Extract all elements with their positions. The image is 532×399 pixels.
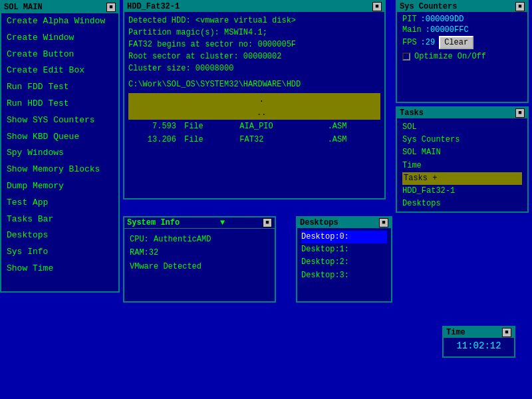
hdd-title: HDD_Fat32-1 ■ [124,1,384,12]
sys-counters-title: Sys Counters ■ [397,1,527,12]
menu-item-show-memory-blocks[interactable]: Show Memory Blocks [1,162,118,178]
sol-main-title-text: SOL MAIN [4,3,43,12]
desktops-title: Desktops ■ [297,217,391,228]
desktops-title-text: Desktops [300,218,338,227]
menu-item-sys-info[interactable]: Sys Info [1,244,118,261]
vm-info: VMware Detected [130,260,269,273]
task-item-hdd_fat32-1[interactable]: HDD_Fat32-1 [402,185,522,198]
hdd-content: Detected HDD: <vmware virtual disk>Parti… [124,12,384,149]
tasks-window: Tasks ■ SOLSys CountersSOL MAINTimeTasks… [396,106,529,213]
desktops-content: Desktop:0:Desktop:1:Desktop:2:Desktop:3: [297,228,391,285]
main-label: Main [402,25,422,35]
menu-item-create-button[interactable]: Create Button [1,47,118,63]
table-row[interactable]: . [128,93,380,106]
menu-item-run-hdd-test[interactable]: Run HDD Test [1,96,118,112]
hdd-info-line: Cluster size: 00008000 [128,63,380,74]
sol-main-close-btn[interactable]: ■ [106,3,116,12]
sol-main-window: SOL MAIN ■ Create Alpha WindowCreate Win… [0,0,120,293]
task-item-sol[interactable]: SOL [402,121,522,134]
sys-counters-title-text: Sys Counters [400,2,457,11]
desktop-item[interactable]: Desktop:1: [301,243,387,256]
sol-main-title: SOL MAIN ■ [1,1,118,13]
task-item-time[interactable]: Time [402,160,522,172]
menu-item-spy-windows[interactable]: Spy Windows [1,145,118,162]
sys-counters-content: PIT :000009DD Main :00000FFC FPS :29 Cle… [397,12,527,64]
tasks-title: Tasks ■ [397,108,527,118]
table-row[interactable]: 7.593FileAIA_PIO.ASM [128,120,380,133]
sys-info-content: CPU: AuthenticAMD RAM:32 VMware Detected [124,229,275,277]
fps-label: FPS [402,38,417,47]
fps-row: FPS :29 Clear [402,36,522,49]
pit-value: :000009DD [421,15,464,24]
menu-item-create-edit-box[interactable]: Create Edit Box [1,63,118,79]
time-window: Time ■ 11:02:12 [442,326,515,358]
desktops-close-btn[interactable]: ■ [379,218,388,227]
hdd-path: C:\Work\SOL_OS\SYSTEM32\HARDWARE\HDD [128,78,380,90]
hdd-window: HDD_Fat32-1 ■ Detected HDD: <vmware virt… [123,0,386,200]
hdd-close-btn[interactable]: ■ [372,2,382,11]
desktop-item[interactable]: Desktop:0: [301,231,387,243]
sys-info-close-btn[interactable]: ■ [263,218,272,227]
menu-item-run-fdd-test[interactable]: Run FDD Test [1,79,118,96]
hdd-info-line: Root sector at cluster: 00000002 [128,51,380,63]
task-item-sol-main[interactable]: SOL MAIN [402,146,522,159]
desktop-item[interactable]: Desktop:3: [301,269,387,282]
hdd-title-text: HDD_Fat32-1 [127,2,180,11]
table-row[interactable]: 13.206FileFAT32 .ASM [128,133,380,146]
menu-item-tasks-bar[interactable]: Tasks Bar [1,211,118,228]
cpu-info: CPU: AuthenticAMD [130,233,269,246]
ram-info: RAM:32 [130,246,269,259]
hdd-info-line: Detected HDD: <vmware virtual disk> [128,15,380,27]
desktops-window: Desktops ■ Desktop:0:Desktop:1:Desktop:2… [296,216,392,303]
tasks-content: SOLSys CountersSOL MAINTimeTasks +HDD_Fa… [397,118,527,213]
time-content: 11:02:12 [444,338,514,354]
desktops-list: Desktop:0:Desktop:1:Desktop:2:Desktop:3: [301,231,387,282]
clear-button[interactable]: Clear [439,36,473,49]
pit-row: PIT :000009DD [402,15,522,24]
fps-value: :29 [421,38,436,47]
table-row[interactable]: .. [128,106,380,120]
time-title-text: Time [446,328,466,337]
menu-item-show-kbd-queue[interactable]: Show KBD Queue [1,129,118,146]
hdd-info-lines: Detected HDD: <vmware virtual disk>Parti… [128,15,380,74]
menu-item-dump-memory[interactable]: Dump Memory [1,178,118,195]
tasks-close-btn[interactable]: ■ [515,108,525,118]
main-row: Main :00000FFC [402,25,522,35]
sys-counters-window: Sys Counters ■ PIT :000009DD Main :00000… [396,0,529,103]
pit-label: PIT [402,15,417,24]
optimize-checkbox[interactable] [402,53,410,61]
sol-main-menu: Create Alpha WindowCreate WindowCreate B… [1,13,118,277]
time-value: 11:02:12 [456,340,501,351]
optimize-row: Optimize On/Off [402,52,522,61]
tasks-list: SOLSys CountersSOL MAINTimeTasks +HDD_Fa… [402,121,522,210]
menu-item-test-app[interactable]: Test App [1,195,118,211]
tasks-title-text: Tasks [400,108,424,118]
hdd-file-table: . ..7.593FileAIA_PIO.ASM13.206FileFAT32 … [128,93,380,146]
task-item-sys-counters[interactable]: Sys Counters [402,134,522,146]
menu-item-desktops[interactable]: Desktops [1,227,118,244]
sys-info-arrow-icon: ▼ [220,218,225,227]
hdd-info-line: Partition magic(s): MSWIN4.1; [128,27,380,39]
menu-item-create-window[interactable]: Create Window [1,30,118,47]
sys-info-title-text: System Info [127,218,180,227]
desktop-item[interactable]: Desktop:2: [301,256,387,269]
menu-item-create-alpha-window[interactable]: Create Alpha Window [1,13,118,30]
time-title: Time ■ [444,327,514,338]
task-item-desktops[interactable]: Desktops [402,198,522,210]
optimize-label: Optimize On/Off [414,52,486,61]
sys-info-title: System Info ▼ ■ [124,217,275,229]
time-close-btn[interactable]: ■ [502,328,511,337]
main-value: :00000FFC [426,25,469,35]
sys-counters-close-btn[interactable]: ■ [515,2,525,11]
task-item-tasks[interactable]: Tasks + [402,172,522,185]
menu-item-show-sys-counters[interactable]: Show SYS Counters [1,112,118,129]
hdd-info-line: FAT32 begins at sector no: 0000005F [128,39,380,51]
sys-info-window: System Info ▼ ■ CPU: AuthenticAMD RAM:32… [123,216,276,303]
menu-item-show-time[interactable]: Show Time [1,261,118,277]
